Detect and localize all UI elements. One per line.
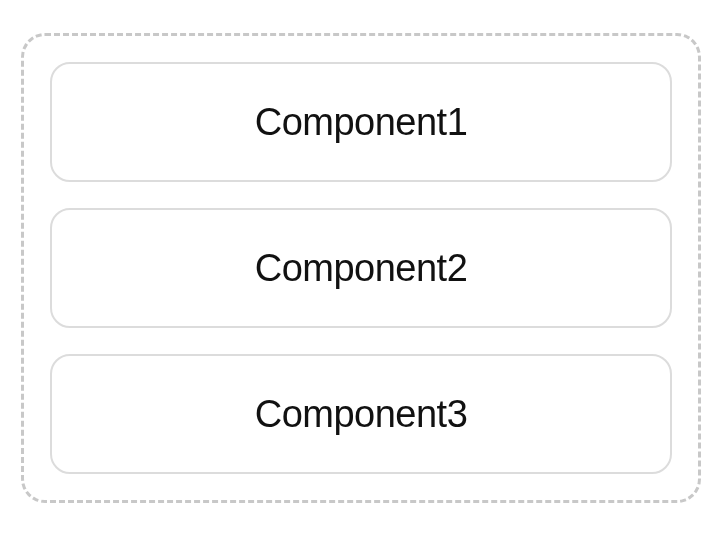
component-label: Component3 <box>255 393 468 436</box>
component-container: Component1 Component2 Component3 <box>21 33 701 503</box>
component-box-2: Component2 <box>50 208 672 328</box>
component-box-1: Component1 <box>50 62 672 182</box>
component-box-3: Component3 <box>50 354 672 474</box>
component-label: Component1 <box>255 101 468 144</box>
component-label: Component2 <box>255 247 468 290</box>
